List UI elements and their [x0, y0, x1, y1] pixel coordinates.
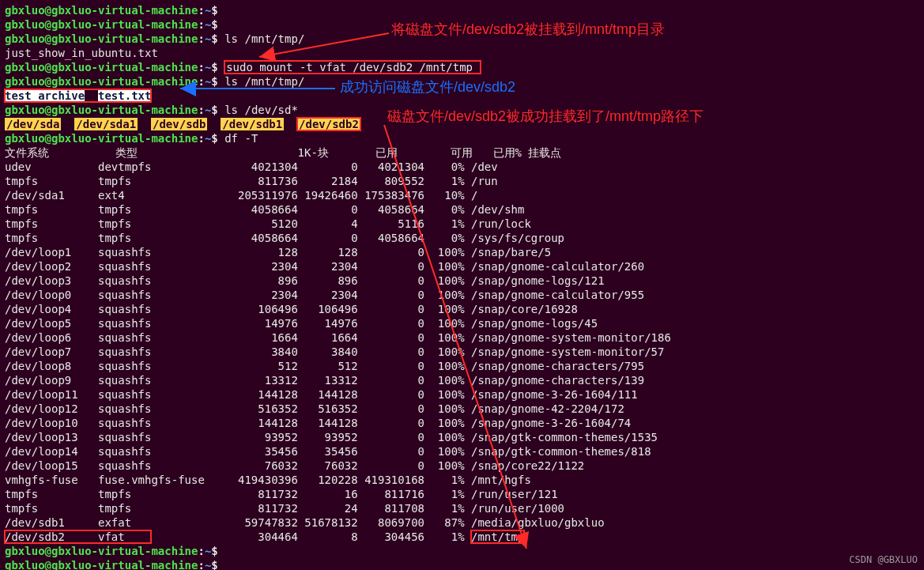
- cmd-ls-1: ls /mnt/tmp/: [224, 32, 304, 45]
- df-row-25: /dev/sdb1 exfat 59747832 51678132 806970…: [5, 515, 919, 530]
- prompt-sep: :: [198, 104, 204, 116]
- df-row-17: /dev/loop12 squashfs 516352 516352 0 100…: [5, 402, 919, 416]
- annotation-2: 成功访问磁盘文件/dev/sdb2: [340, 80, 515, 94]
- output-just-show: just_show_in_ubuntu.txt: [5, 47, 158, 59]
- cmd-df: df -T: [224, 132, 258, 145]
- df-row-14: /dev/loop8 squashfs 512 512 0 100% /snap…: [5, 359, 919, 373]
- df-row-0: udev devtmpfs 4021304 0 4021304 0% /dev: [5, 160, 919, 174]
- df-row-2: /dev/sda1 ext4 205311976 19426460 175383…: [5, 188, 919, 202]
- prompt-sep: :: [198, 4, 204, 17]
- cmd-ls-dev: ls /dev/sd*: [224, 104, 298, 116]
- cmd-line-empty-0: gbxluo@gbxluo-virtual-machine:~$: [5, 3, 919, 17]
- prompt-sep: :: [198, 545, 204, 557]
- dev-sdb1: /dev/sdb1: [221, 118, 284, 130]
- prompt-sep: :: [198, 132, 204, 145]
- prompt-user: gbxluo@gbxluo-virtual-machine: [5, 545, 198, 557]
- prompt-user: gbxluo@gbxluo-virtual-machine: [5, 32, 198, 45]
- watermark: CSDN @GBXLUO: [849, 553, 918, 567]
- ls-archive: test_archive: [5, 89, 85, 102]
- prompt-user: gbxluo@gbxluo-virtual-machine: [5, 4, 198, 17]
- df-row-11: /dev/loop5 squashfs 14976 14976 0 100% /…: [5, 316, 919, 330]
- prompt-end: $: [211, 18, 224, 31]
- cmd-line-empty-2: gbxluo@gbxluo-virtual-machine:~$: [5, 544, 919, 558]
- prompt-user: gbxluo@gbxluo-virtual-machine: [5, 132, 198, 145]
- dev-sdb2: /dev/sdb2: [297, 118, 360, 130]
- df-row-10: /dev/loop4 squashfs 106496 106496 0 100%…: [5, 302, 919, 316]
- prompt-user: gbxluo@gbxluo-virtual-machine: [5, 61, 198, 74]
- prompt-sep: :: [198, 32, 204, 45]
- df-row-20: /dev/loop14 squashfs 35456 35456 0 100% …: [5, 444, 919, 459]
- annotation-1: 将磁盘文件/dev/sdb2被挂载到/mnt/tmp目录: [391, 22, 665, 36]
- df-row-1: tmpfs tmpfs 811736 2184 809552 1% /run: [5, 174, 919, 188]
- prompt-end: $: [211, 4, 224, 17]
- prompt-end: $: [211, 75, 224, 88]
- prompt-sep: :: [198, 559, 204, 570]
- df-row-4: tmpfs tmpfs 5120 4 5116 1% /run/lock: [5, 217, 919, 231]
- df-fs-sdb2: /dev/sdb2 vfat: [5, 530, 151, 543]
- ls-testtxt: test.txt: [98, 89, 151, 102]
- prompt-end: $: [211, 61, 224, 74]
- df-header: 文件系统 类型 1K-块 已用 可用 已用% 挂载点: [5, 145, 919, 160]
- prompt-end: $: [211, 559, 224, 570]
- df-row-22: vmhgfs-fuse fuse.vmhgfs-fuse 419430396 1…: [5, 473, 919, 487]
- df-row-13: /dev/loop7 squashfs 3840 3840 0 100% /sn…: [5, 345, 919, 359]
- df-row-6: /dev/loop1 squashfs 128 128 0 100% /snap…: [5, 245, 919, 259]
- df-row-19: /dev/loop13 squashfs 93952 93952 0 100% …: [5, 430, 919, 444]
- prompt-end: $: [211, 132, 224, 145]
- df-row-5: tmpfs tmpfs 4058664 0 4058664 0% /sys/fs…: [5, 231, 919, 245]
- prompt-user: gbxluo@gbxluo-virtual-machine: [5, 18, 198, 31]
- df-row-21: /dev/loop15 squashfs 76032 76032 0 100% …: [5, 459, 919, 473]
- df-row-8: /dev/loop3 squashfs 896 896 0 100% /snap…: [5, 274, 919, 288]
- prompt-end: $: [211, 104, 224, 116]
- prompt-user: gbxluo@gbxluo-virtual-machine: [5, 75, 198, 88]
- dev-sda1: /dev/sda1: [74, 118, 138, 130]
- df-row-26: /dev/sdb2 vfat 304464 8 304456 1% /mnt/t…: [5, 530, 919, 544]
- cmd-ls-2: ls /mnt/tmp/: [224, 75, 304, 88]
- df-row-12: /dev/loop6 squashfs 1664 1664 0 100% /sn…: [5, 330, 919, 345]
- cmd-mount: sudo mount -t vfat /dev/sdb2 /mnt/tmp: [224, 61, 481, 74]
- prompt-sep: :: [198, 75, 204, 88]
- cmd-line-df: gbxluo@gbxluo-virtual-machine:~$ df -T: [5, 131, 919, 145]
- prompt-end: $: [211, 32, 224, 45]
- cmd-line-empty-3: gbxluo@gbxluo-virtual-machine:~$: [5, 558, 919, 570]
- cmd-line-mount: gbxluo@gbxluo-virtual-machine:~$ sudo mo…: [5, 60, 919, 74]
- prompt-sep: :: [198, 18, 204, 31]
- df-row-9: /dev/loop0 squashfs 2304 2304 0 100% /sn…: [5, 288, 919, 302]
- prompt-user: gbxluo@gbxluo-virtual-machine: [5, 559, 198, 570]
- prompt-user: gbxluo@gbxluo-virtual-machine: [5, 104, 198, 116]
- df-row-23: tmpfs tmpfs 811732 16 811716 1% /run/use…: [5, 487, 919, 501]
- dev-sda: /dev/sda: [5, 118, 61, 130]
- prompt-end: $: [211, 545, 224, 557]
- annotation-3: 磁盘文件/dev/sdb2被成功挂载到了/mnt/tmp路径下: [387, 109, 703, 123]
- df-row-3: tmpfs tmpfs 4058664 0 4058664 0% /dev/sh…: [5, 202, 919, 217]
- prompt-sep: :: [198, 61, 204, 74]
- df-row-16: /dev/loop11 squashfs 144128 144128 0 100…: [5, 387, 919, 402]
- df-mount-mnttmp: /mnt/tmp: [471, 530, 524, 543]
- df-row-7: /dev/loop2 squashfs 2304 2304 0 100% /sn…: [5, 259, 919, 274]
- df-row-15: /dev/loop9 squashfs 13312 13312 0 100% /…: [5, 373, 919, 387]
- dev-sdb: /dev/sdb: [151, 118, 207, 130]
- df-row-24: tmpfs tmpfs 811732 24 811708 1% /run/use…: [5, 501, 919, 515]
- out-line-1: just_show_in_ubuntu.txt: [5, 46, 919, 60]
- df-row-18: /dev/loop10 squashfs 144128 144128 0 100…: [5, 416, 919, 430]
